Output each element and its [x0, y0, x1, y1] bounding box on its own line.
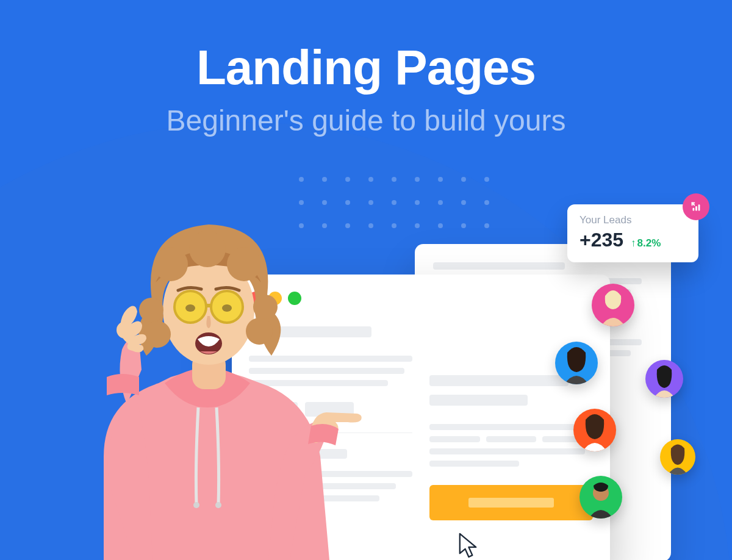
svg-point-19 — [189, 231, 226, 267]
svg-rect-0 — [693, 208, 695, 211]
avatar — [555, 342, 598, 384]
avatar — [660, 439, 695, 475]
avatar — [580, 476, 622, 519]
svg-point-24 — [222, 304, 232, 312]
trend-up-icon: ↑ — [631, 237, 636, 249]
leads-trend: ↑ 8.2% — [631, 237, 661, 249]
svg-rect-2 — [698, 204, 700, 210]
svg-rect-22 — [205, 304, 212, 307]
cta-button[interactable] — [429, 485, 593, 520]
svg-rect-1 — [695, 206, 697, 210]
page-subtitle: Beginner's guide to build yours — [0, 104, 732, 137]
svg-point-17 — [154, 247, 188, 281]
svg-point-14 — [139, 298, 163, 322]
leads-label: Your Leads — [580, 214, 686, 226]
svg-point-18 — [227, 247, 261, 281]
svg-point-16 — [253, 295, 278, 319]
svg-point-13 — [144, 321, 171, 348]
trend-percent: 8.2% — [637, 237, 661, 249]
leads-card: Your Leads +235 ↑ 8.2% — [567, 204, 698, 262]
avatar — [592, 284, 634, 326]
svg-point-15 — [246, 318, 273, 345]
page-title: Landing Pages — [0, 40, 732, 96]
svg-point-10 — [215, 502, 221, 508]
svg-point-9 — [193, 502, 199, 508]
analytics-badge-icon — [683, 193, 709, 220]
avatar — [573, 409, 616, 451]
svg-point-23 — [185, 304, 195, 312]
leads-value: +235 — [580, 229, 623, 251]
cursor-icon — [457, 532, 479, 560]
hero-person-illustration — [49, 194, 366, 560]
avatar — [645, 360, 683, 398]
